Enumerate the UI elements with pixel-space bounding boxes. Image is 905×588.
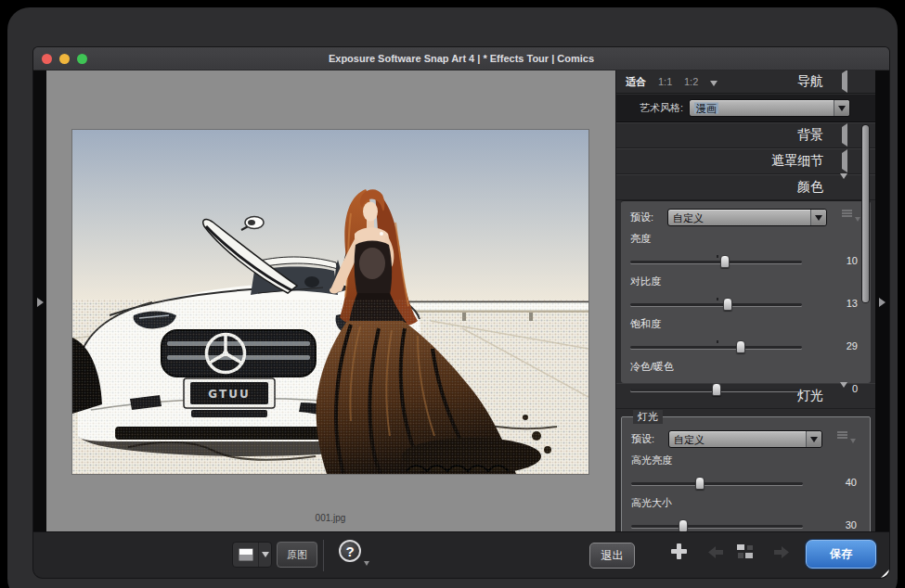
lighting-group-label: 灯光 [633,410,663,424]
navigator-header: 适合 1:1 1:2 导航 [616,70,875,94]
slider-center-tick [717,255,718,258]
slider-thumb[interactable] [679,519,688,532]
preset-menu-icon[interactable] [837,431,847,439]
section-lighting[interactable]: 灯光 [616,383,875,409]
chevron-down-icon [850,439,856,443]
section-mask-detail-title: 遮罩细节 [771,153,823,170]
chevron-left-icon [842,70,847,93]
slider-center-tick [717,340,718,343]
left-panel-expand-chevron-right-icon[interactable] [37,298,44,307]
brightness-label: 亮度 [630,232,861,246]
right-panel-expand-chevron-right-icon[interactable] [879,298,886,307]
toolbar-divider [323,540,324,571]
lighting-controls: 灯光 预设: 自定义 高光亮度 40 [621,416,871,531]
section-mask-detail[interactable]: 遮罩细节 [616,148,875,174]
zoom-1-1-button[interactable]: 1:1 [658,70,672,94]
color-preset-value: 自定义 [673,211,704,223]
app-window: Exposure Software Snap Art 4 | * Effects… [33,47,889,578]
navigator-title: 导航 [797,73,823,90]
exit-button[interactable]: 退出 [589,543,635,569]
chevron-down-icon [834,100,849,116]
right-panel-strip [875,70,889,531]
lighting-preset-label: 预设: [631,430,668,448]
saturation-label: 饱和度 [630,317,861,331]
highlight-brightness-label: 高光亮度 [631,454,860,467]
slider-center-tick [717,298,718,300]
thumbnails-icon[interactable] [737,544,756,563]
color-preset-dropdown[interactable]: 自定义 [667,209,827,226]
slider-thumb[interactable] [723,298,732,311]
preview-canvas: GTUU [46,70,615,531]
art-style-dropdown[interactable]: 漫画 [689,99,850,117]
saturation-value: 29 [802,340,861,352]
preview-mode-button[interactable] [232,542,272,568]
panel-scrollbar[interactable] [862,125,869,302]
highlight-brightness-slider[interactable] [631,482,803,485]
color-controls: 预设: 自定义 亮度 10 [621,200,871,383]
settings-panel: 适合 1:1 1:2 导航 艺术风格: 漫画 背景 遮罩细节 [615,70,875,531]
help-button[interactable]: ? [339,540,361,562]
zoom-fit-button[interactable]: 适合 [626,70,646,94]
bottom-toolbar: 原图 ? 退出 保存 [33,531,889,578]
preview-image[interactable]: GTUU [72,130,588,474]
contrast-value: 13 [802,298,861,309]
title-bar: Exposure Software Snap Art 4 | * Effects… [33,47,889,70]
slider-thumb[interactable] [720,255,730,268]
saturation-slider[interactable] [630,346,802,349]
highlight-size-value: 30 [803,519,860,530]
section-background-title: 背景 [797,127,823,144]
brightness-value: 10 [802,255,861,266]
highlight-size-label: 高光大小 [631,496,860,510]
section-lighting-title: 灯光 [797,388,823,404]
section-color-title: 颜色 [797,179,823,196]
zoom-1-2-button[interactable]: 1:2 [684,70,698,94]
art-style-value: 漫画 [694,102,718,113]
previous-arrow-icon[interactable] [708,545,723,562]
slider-thumb[interactable] [736,340,745,353]
contrast-slider[interactable] [630,303,802,306]
zoom-chevron-down-icon[interactable] [710,81,718,86]
section-color[interactable]: 颜色 [616,174,875,200]
preset-menu-icon[interactable] [842,210,852,217]
next-arrow-icon[interactable] [774,545,789,562]
lighting-preset-value: 自定义 [674,433,705,444]
chevron-down-icon [806,431,821,447]
window-title: Exposure Software Snap Art 4 | * Effects… [33,47,889,70]
navigator-collapse-button[interactable] [842,73,847,90]
art-style-label: 艺术风格: [640,94,683,122]
brightness-slider[interactable] [630,261,802,263]
resize-grip[interactable] [881,569,889,578]
left-panel-strip [33,70,46,531]
art-style-row: 艺术风格: 漫画 [616,94,875,122]
section-background[interactable]: 背景 [616,122,875,148]
split-preview-icon [239,548,253,561]
chevron-down-icon [840,382,847,403]
save-button[interactable]: 保存 [806,540,876,569]
add-icon[interactable] [671,543,687,559]
highlight-size-slider[interactable] [631,525,803,528]
lighting-preset-dropdown[interactable]: 自定义 [668,430,822,448]
highlight-brightness-value: 40 [803,477,860,488]
slider-thumb[interactable] [695,477,705,490]
chevron-left-icon [842,149,847,173]
contrast-label: 对比度 [630,275,861,288]
original-image-button[interactable]: 原图 [277,542,317,568]
preview-mode-chevron-down-icon[interactable] [259,543,271,567]
chevron-down-icon [810,210,826,225]
help-chevron-down-icon[interactable] [364,561,369,566]
image-filename: 001.jpg [316,513,346,523]
color-preset-label: 预设: [630,209,667,226]
cool-warm-label: 冷色/暖色 [630,360,861,374]
chevron-down-icon [855,217,860,222]
chevron-left-icon [842,123,847,147]
window-frame: Exposure Software Snap Art 4 | * Effects… [7,7,898,588]
chevron-down-icon [840,173,847,195]
